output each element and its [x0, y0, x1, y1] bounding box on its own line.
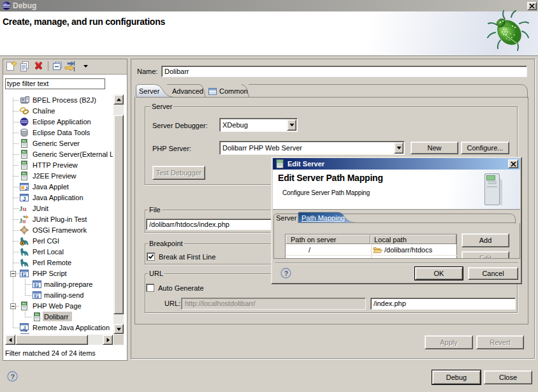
- svg-text:P: P: [36, 282, 39, 288]
- svg-text:?: ?: [284, 270, 289, 277]
- svg-text:P: P: [23, 272, 26, 277]
- svg-text:J: J: [23, 196, 26, 202]
- svg-text:P: P: [36, 293, 39, 299]
- svg-text:J: J: [25, 185, 27, 191]
- svg-text:J: J: [23, 325, 25, 331]
- svg-text:Ju: Ju: [19, 205, 27, 212]
- svg-text:?: ?: [11, 373, 15, 381]
- svg-text:Ju: Ju: [19, 217, 26, 224]
